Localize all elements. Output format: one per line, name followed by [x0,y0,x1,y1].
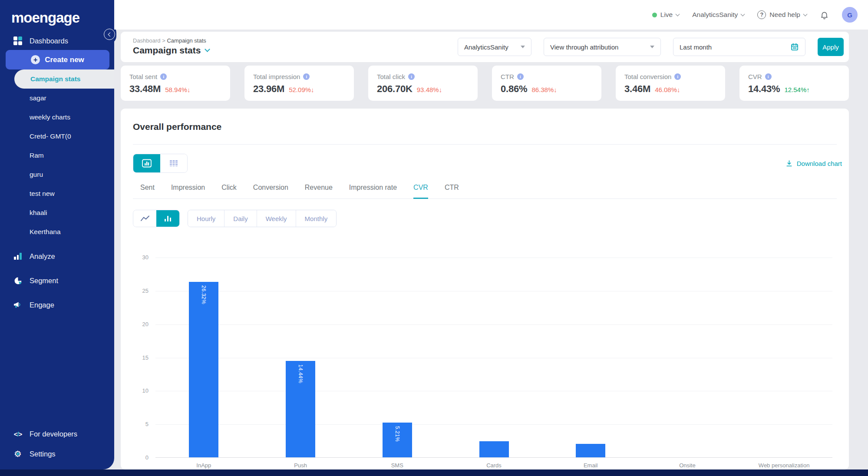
sidebar-item-label: For developers [30,430,77,438]
tab-revenue[interactable]: Revenue [305,178,333,199]
live-selector[interactable]: Live [652,11,679,19]
stat-label: Total click [377,73,405,80]
chart-controls: Hourly Daily Weekly Monthly [133,210,337,227]
bar-inapp[interactable]: 26.32% [189,282,218,457]
sidebar-item-sagar[interactable]: sagar [0,89,114,108]
gridline [155,258,832,258]
create-new-button[interactable]: + Create new [6,50,109,69]
x-axis-label: Push [294,462,307,469]
sidebar-item-cretd-gmt[interactable]: Cretd- GMT(0 [0,127,114,146]
workspace-selector[interactable]: AnalyticsSanity [692,11,744,19]
stat-change: 93.48%↓ [417,86,442,93]
bar-chart-button[interactable] [156,210,179,227]
sidebar-item-label: weekly charts [30,113,70,121]
tab-impression-rate[interactable]: Impression rate [349,178,397,199]
breadcrumb-current: Campaign stats [167,37,206,44]
metric-tabs: Sent Impression Click Conversion Revenue… [133,177,837,199]
period-hourly[interactable]: Hourly [188,210,224,227]
sidebar-item-khaali[interactable]: khaali [0,203,114,222]
divider [133,144,837,145]
chevron-down-icon[interactable] [205,46,211,52]
sidebar-item-segment[interactable]: Segment [0,271,114,290]
bell-icon [820,10,829,20]
stat-change: 86.38%↓ [531,86,557,93]
tab-impression[interactable]: Impression [171,178,205,199]
sidebar-item-ram[interactable]: Ram [0,146,114,165]
trend-arrow-icon: ↓ [187,86,191,93]
bottom-strip [0,469,868,476]
breadcrumb-root[interactable]: Dashboard [133,37,161,44]
date-range-value: Last month [680,43,712,51]
y-axis-tick: 10 [129,387,149,394]
trend-arrow-icon: ↓ [439,86,442,93]
bar-value-label: 26.32% [201,285,207,304]
apply-button[interactable]: Apply [818,38,844,56]
sidebar-item-label: Cretd- GMT(0 [30,132,71,140]
tab-click[interactable]: Click [221,178,237,199]
tab-sent[interactable]: Sent [140,178,155,199]
stat-change: 58.94%↓ [165,86,190,93]
gridline [155,358,832,358]
stat-card-total-sent: Total senti 33.48M 58.94%↓ [121,66,230,101]
sidebar-item-campaign-stats[interactable]: Campaign stats [14,69,114,89]
tab-cvr[interactable]: CVR [413,178,428,199]
date-range-input[interactable]: Last month [673,38,805,56]
bar-chart-icon [165,216,172,221]
live-status-dot [652,13,657,17]
info-icon[interactable]: i [303,73,310,80]
stat-value: 33.48M [129,83,161,95]
sidebar-item-analyze[interactable]: Analyze [0,247,114,266]
sidebar-item-settings[interactable]: ⚙ Settings [0,444,114,463]
stat-card-ctr: CTRi 0.86% 86.38%↓ [492,66,601,101]
workspace-filter-select[interactable]: AnalyticsSanity [458,38,531,56]
sidebar-item-label: Engage [30,301,54,309]
stat-card-total-impression: Total impressioni 23.96M 52.09%↓ [244,66,354,101]
chevron-down-icon [803,12,808,16]
sidebar-item-test-new[interactable]: test new [0,184,114,203]
info-icon[interactable]: i [408,73,415,80]
notifications-button[interactable] [820,10,829,20]
sidebar-item-guru[interactable]: guru [0,165,114,184]
attribution-filter-select[interactable]: View through attribution [544,38,661,56]
line-bar-toggle [133,210,180,227]
table-view-button[interactable] [160,154,187,172]
avatar[interactable]: G [842,7,858,23]
stat-value: 14.43% [748,83,780,95]
info-icon[interactable]: i [765,73,772,80]
tab-ctr[interactable]: CTR [445,178,459,199]
info-icon[interactable]: i [517,73,524,80]
bar-cards[interactable] [479,441,509,457]
sidebar-nav: Dashboards Key metrics Campaign stats sa… [0,31,114,314]
stat-change: 12.54%↑ [784,86,809,93]
workspace-label: AnalyticsSanity [692,11,738,19]
chevron-down-icon [676,12,680,16]
bar-push[interactable]: 14.44% [286,361,315,457]
bar-email[interactable] [576,444,605,457]
line-chart-button[interactable] [133,210,156,227]
x-axis-label: InApp [196,462,211,469]
bar-sms[interactable]: 5.21% [383,423,412,457]
need-help-label: Need help [769,11,800,19]
sidebar-collapse-button[interactable] [104,29,115,40]
info-icon[interactable]: i [160,73,167,80]
period-daily[interactable]: Daily [224,210,256,227]
info-icon[interactable]: i [674,73,681,80]
sidebar-item-for-developers[interactable]: </> For developers [0,424,114,443]
download-chart-link[interactable]: Download chart [785,160,842,167]
need-help-menu[interactable]: ? Need help [757,10,807,19]
sidebar-item-engage[interactable]: Engage [0,295,114,314]
tab-conversion[interactable]: Conversion [253,178,288,199]
page-header: Dashboard > Campaign stats Campaign stat… [121,32,849,62]
sidebar-item-label: Campaign stats [14,75,80,83]
sidebar-item-dashboards[interactable]: Dashboards [0,31,114,50]
period-monthly[interactable]: Monthly [296,210,337,227]
period-weekly[interactable]: Weekly [257,210,296,227]
chart-view-button[interactable] [133,154,160,172]
line-chart-icon [140,215,150,222]
sidebar-item-weekly-charts[interactable]: weekly charts [0,108,114,127]
gridline [155,291,832,291]
sidebar-item-keerthana[interactable]: Keerthana [0,222,114,241]
stat-change: 46.08%↓ [655,86,680,93]
sidebar-item-label: Settings [30,450,56,458]
create-new-label: Create new [45,56,84,64]
